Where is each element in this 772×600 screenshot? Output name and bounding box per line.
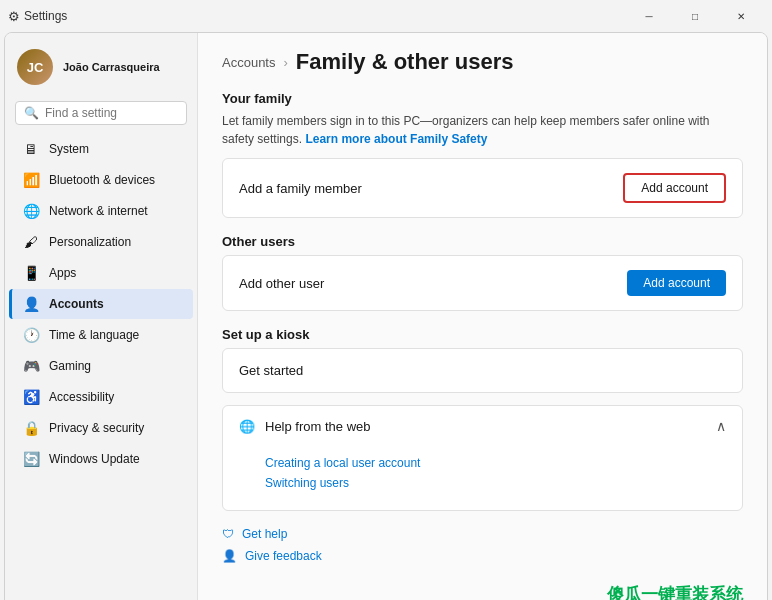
sidebar-item-system[interactable]: 🖥 System: [9, 134, 193, 164]
sidebar-item-time-label: Time & language: [49, 328, 139, 342]
add-family-label: Add a family member: [239, 181, 362, 196]
app-body: JC João Carrasqueira 🔍 🖥 System 📶 Blueto…: [4, 32, 768, 600]
personalization-icon: 🖌: [23, 234, 39, 250]
sidebar: JC João Carrasqueira 🔍 🖥 System 📶 Blueto…: [5, 33, 197, 600]
title-bar-title: Settings: [20, 9, 626, 23]
title-bar-controls: ─ □ ✕: [626, 0, 764, 32]
kiosk-card-row: Get started: [223, 349, 742, 392]
sidebar-item-privacy[interactable]: 🔒 Privacy & security: [9, 413, 193, 443]
add-family-account-button[interactable]: Add account: [623, 173, 726, 203]
main-content: Accounts › Family & other users Your fam…: [197, 33, 767, 600]
update-icon: 🔄: [23, 451, 39, 467]
accessibility-icon: ♿: [23, 389, 39, 405]
bluetooth-icon: 📶: [23, 172, 39, 188]
sidebar-item-privacy-label: Privacy & security: [49, 421, 144, 435]
family-section-title: Your family: [222, 91, 743, 106]
sidebar-item-time[interactable]: 🕐 Time & language: [9, 320, 193, 350]
title-bar: ⚙ Settings ─ □ ✕: [0, 0, 772, 32]
get-help-label: Get help: [242, 527, 287, 541]
sidebar-item-bluetooth[interactable]: 📶 Bluetooth & devices: [9, 165, 193, 195]
get-help-icon: 🛡: [222, 527, 234, 541]
get-help-link[interactable]: 🛡 Get help: [222, 527, 743, 541]
help-header-left: 🌐 Help from the web: [239, 419, 371, 434]
other-users-card-row: Add other user Add account: [223, 256, 742, 310]
breadcrumb-chevron: ›: [283, 55, 287, 70]
avatar: JC: [17, 49, 53, 85]
kiosk-card: Get started: [222, 348, 743, 393]
watermark-line1: 傻瓜一键重装系统: [222, 583, 743, 600]
sidebar-item-accessibility[interactable]: ♿ Accessibility: [9, 382, 193, 412]
sidebar-item-system-label: System: [49, 142, 89, 156]
time-icon: 🕐: [23, 327, 39, 343]
help-content: Creating a local user account Switching …: [223, 446, 742, 510]
help-link-local-account[interactable]: Creating a local user account: [265, 456, 726, 470]
apps-icon: 📱: [23, 265, 39, 281]
minimize-button[interactable]: ─: [626, 0, 672, 32]
help-section: 🌐 Help from the web ∧ Creating a local u…: [222, 405, 743, 511]
sidebar-item-accessibility-label: Accessibility: [49, 390, 114, 404]
sidebar-item-gaming-label: Gaming: [49, 359, 91, 373]
give-feedback-link[interactable]: 👤 Give feedback: [222, 549, 743, 563]
search-box[interactable]: 🔍: [15, 101, 187, 125]
family-section-desc: Let family members sign in to this PC—or…: [222, 112, 743, 148]
user-name: João Carrasqueira: [63, 60, 160, 74]
breadcrumb-parent[interactable]: Accounts: [222, 55, 275, 70]
sidebar-item-gaming[interactable]: 🎮 Gaming: [9, 351, 193, 381]
close-button[interactable]: ✕: [718, 0, 764, 32]
maximize-button[interactable]: □: [672, 0, 718, 32]
sidebar-item-apps-label: Apps: [49, 266, 76, 280]
privacy-icon: 🔒: [23, 420, 39, 436]
help-header[interactable]: 🌐 Help from the web ∧: [223, 406, 742, 446]
watermark: 傻瓜一键重装系统 www.shaguaxitong.net: [222, 583, 743, 600]
sidebar-item-update-label: Windows Update: [49, 452, 140, 466]
kiosk-section-title: Set up a kiosk: [222, 327, 743, 342]
title-bar-icon: ⚙: [8, 9, 20, 24]
sidebar-nav: 🖥 System 📶 Bluetooth & devices 🌐 Network…: [5, 133, 197, 475]
user-profile[interactable]: JC João Carrasqueira: [5, 33, 197, 97]
sidebar-item-network[interactable]: 🌐 Network & internet: [9, 196, 193, 226]
help-title: Help from the web: [265, 419, 371, 434]
globe-icon: 🌐: [239, 419, 255, 434]
accounts-icon: 👤: [23, 296, 39, 312]
sidebar-item-personalization-label: Personalization: [49, 235, 131, 249]
sidebar-item-accounts[interactable]: 👤 Accounts: [9, 289, 193, 319]
search-icon: 🔍: [24, 106, 39, 120]
search-input[interactable]: [45, 106, 195, 120]
gaming-icon: 🎮: [23, 358, 39, 374]
sidebar-item-update[interactable]: 🔄 Windows Update: [9, 444, 193, 474]
network-icon: 🌐: [23, 203, 39, 219]
get-started-label: Get started: [239, 363, 303, 378]
learn-more-link[interactable]: Learn more about Family Safety: [305, 132, 487, 146]
sidebar-item-network-label: Network & internet: [49, 204, 148, 218]
system-icon: 🖥: [23, 141, 39, 157]
page-title: Family & other users: [296, 49, 514, 75]
sidebar-item-accounts-label: Accounts: [49, 297, 104, 311]
sidebar-item-bluetooth-label: Bluetooth & devices: [49, 173, 155, 187]
add-other-account-button[interactable]: Add account: [627, 270, 726, 296]
breadcrumb: Accounts › Family & other users: [222, 49, 743, 75]
family-card: Add a family member Add account: [222, 158, 743, 218]
family-card-row: Add a family member Add account: [223, 159, 742, 217]
help-chevron-icon: ∧: [716, 418, 726, 434]
sidebar-item-personalization[interactable]: 🖌 Personalization: [9, 227, 193, 257]
feedback-icon: 👤: [222, 549, 237, 563]
other-users-section-title: Other users: [222, 234, 743, 249]
feedback-label: Give feedback: [245, 549, 322, 563]
add-other-user-label: Add other user: [239, 276, 324, 291]
help-link-switching-users[interactable]: Switching users: [265, 476, 726, 490]
footer-links: 🛡 Get help 👤 Give feedback: [222, 527, 743, 563]
other-users-card: Add other user Add account: [222, 255, 743, 311]
sidebar-item-apps[interactable]: 📱 Apps: [9, 258, 193, 288]
